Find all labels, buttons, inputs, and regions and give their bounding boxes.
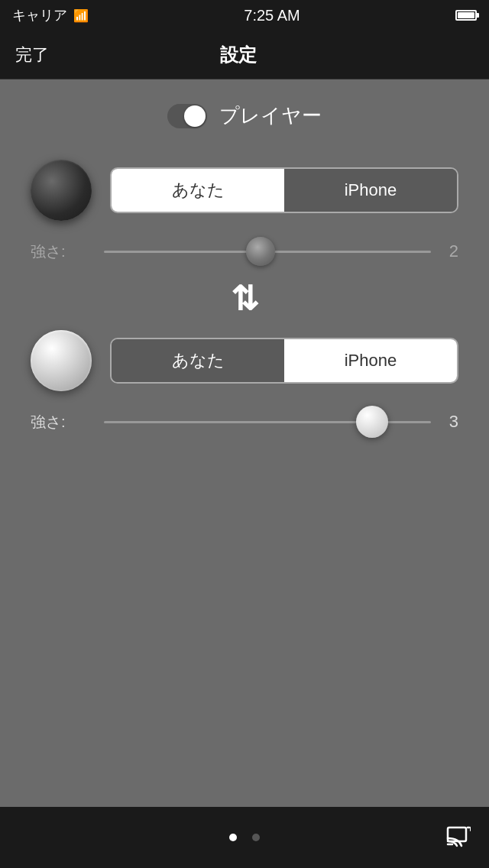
player2-row: あなた iPhone <box>31 330 458 391</box>
battery-icon <box>455 10 477 21</box>
page-dot-1[interactable] <box>229 834 237 841</box>
player2-strength-row: 強さ: 3 <box>31 406 458 437</box>
player1-row: あなた iPhone <box>31 160 458 221</box>
status-right <box>455 10 477 21</box>
status-time: 7:25 AM <box>244 7 300 24</box>
swap-section: ⇅ <box>31 279 458 318</box>
player1-strength-row: 強さ: 2 <box>31 236 458 267</box>
player2-area: あなた iPhone 強さ: 3 <box>31 330 458 437</box>
player1-ball <box>31 160 92 221</box>
player2-you-button[interactable]: あなた <box>112 339 284 382</box>
done-button[interactable]: 完了 <box>15 44 49 66</box>
player2-slider-track <box>104 421 431 423</box>
player2-ball <box>31 330 92 391</box>
player2-strength-value: 3 <box>443 412 458 432</box>
player1-slider[interactable] <box>104 236 431 267</box>
bottom-bar <box>0 807 489 868</box>
player1-slider-track <box>104 251 431 253</box>
status-left: キャリア 📶 <box>12 6 89 24</box>
toggle-knob <box>184 105 206 127</box>
wifi-icon: 📶 <box>73 8 89 23</box>
player1-segment-control[interactable]: あなた iPhone <box>110 167 458 213</box>
player-toggle-section: プレイヤー <box>31 102 458 129</box>
player-toggle[interactable] <box>167 104 207 128</box>
player1-strength-label: 強さ: <box>31 241 92 262</box>
player2-segment-control[interactable]: あなた iPhone <box>110 338 458 384</box>
nav-bar: 完了 設定 <box>0 31 489 79</box>
player1-slider-thumb[interactable] <box>246 237 275 266</box>
player1-iphone-button[interactable]: iPhone <box>284 169 457 212</box>
carrier-label: キャリア <box>12 6 67 24</box>
status-bar: キャリア 📶 7:25 AM <box>0 0 489 31</box>
page-dot-2[interactable] <box>252 834 260 841</box>
player1-strength-value: 2 <box>443 241 458 261</box>
player1-you-button[interactable]: あなた <box>112 169 284 212</box>
player2-strength-label: 強さ: <box>31 412 92 432</box>
cast-icon[interactable] <box>446 826 471 853</box>
page-title: 設定 <box>220 43 257 67</box>
player2-slider-thumb[interactable] <box>356 406 388 438</box>
player1-area: あなた iPhone 強さ: 2 <box>31 160 458 267</box>
swap-icon[interactable]: ⇅ <box>231 279 259 318</box>
player-toggle-label: プレイヤー <box>219 102 322 129</box>
player2-iphone-button[interactable]: iPhone <box>284 339 457 382</box>
player2-slider[interactable] <box>104 406 431 437</box>
main-content: プレイヤー あなた iPhone 強さ: 2 ⇅ あな <box>0 79 489 466</box>
